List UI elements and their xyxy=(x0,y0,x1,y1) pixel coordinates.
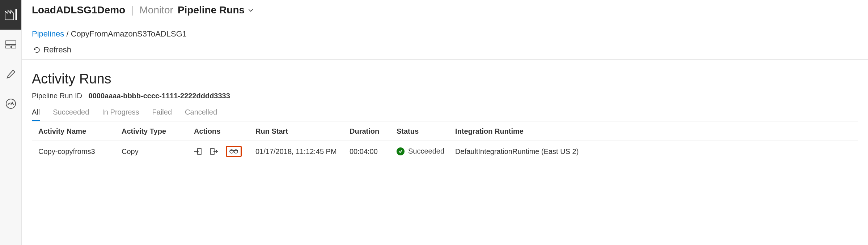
header-separator: | xyxy=(131,4,134,16)
cell-actions xyxy=(187,141,249,162)
filter-tab-failed[interactable]: Failed xyxy=(152,108,172,121)
table-header-row: Activity Name Activity Type Actions Run … xyxy=(32,121,858,141)
page-header: LoadADLSG1Demo | Monitor Pipeline Runs xyxy=(22,0,868,21)
col-integration-runtime[interactable]: Integration Runtime xyxy=(449,121,858,141)
run-id-label: Pipeline Run ID xyxy=(32,92,82,100)
svg-point-5 xyxy=(6,99,16,108)
page-dropdown[interactable]: Pipeline Runs xyxy=(178,4,255,16)
section-label: Monitor xyxy=(140,4,173,16)
page-title: Activity Runs xyxy=(32,71,858,87)
status-text: Succeeded xyxy=(408,147,444,155)
toolbar: Refresh xyxy=(22,39,868,60)
cell-integration-runtime: DefaultIntegrationRuntime (East US 2) xyxy=(449,141,858,162)
breadcrumb-separator: / xyxy=(66,29,71,38)
table-row: Copy-copyfroms3 Copy xyxy=(32,141,858,162)
col-duration[interactable]: Duration xyxy=(343,121,390,141)
status-filter-tabs: All Succeeded In Progress Failed Cancell… xyxy=(32,108,858,121)
col-activity-name[interactable]: Activity Name xyxy=(32,121,115,141)
refresh-label: Refresh xyxy=(43,45,71,55)
nav-data-factory-icon[interactable] xyxy=(0,0,21,30)
details-icon[interactable] xyxy=(226,146,242,157)
activity-runs-table: Activity Name Activity Type Actions Run … xyxy=(32,121,858,162)
refresh-button[interactable]: Refresh xyxy=(33,45,71,55)
chevron-down-icon xyxy=(247,6,255,14)
breadcrumb-pipelines-link[interactable]: Pipelines xyxy=(32,29,64,38)
filter-tab-cancelled[interactable]: Cancelled xyxy=(185,108,217,121)
factory-name: LoadADLSG1Demo xyxy=(32,4,125,16)
col-run-start[interactable]: Run Start xyxy=(249,121,343,141)
nav-monitor-icon[interactable] xyxy=(0,89,21,119)
cell-status: Succeeded xyxy=(390,141,449,162)
main-area: LoadADLSG1Demo | Monitor Pipeline Runs P… xyxy=(22,0,868,245)
refresh-icon xyxy=(33,46,41,53)
col-actions[interactable]: Actions xyxy=(187,121,249,141)
cell-activity-type: Copy xyxy=(115,141,187,162)
filter-tab-in-progress[interactable]: In Progress xyxy=(102,108,139,121)
svg-rect-4 xyxy=(12,46,16,48)
content: Activity Runs Pipeline Run ID 0000aaaa-b… xyxy=(22,60,868,162)
nav-author-icon[interactable] xyxy=(0,59,21,89)
svg-rect-3 xyxy=(6,46,10,48)
filter-tab-all[interactable]: All xyxy=(32,108,40,121)
filter-tab-succeeded[interactable]: Succeeded xyxy=(53,108,89,121)
cell-duration: 00:04:00 xyxy=(343,141,390,162)
cell-activity-name: Copy-copyfroms3 xyxy=(32,141,115,162)
input-icon[interactable] xyxy=(194,148,202,155)
left-nav xyxy=(0,0,22,245)
nav-overview-icon[interactable] xyxy=(0,30,21,59)
breadcrumb-current: CopyFromAmazonS3ToADLSG1 xyxy=(71,29,187,38)
run-id-row: Pipeline Run ID 0000aaaa-bbbb-cccc-1111-… xyxy=(32,92,858,100)
col-activity-type[interactable]: Activity Type xyxy=(115,121,187,141)
page-dropdown-label: Pipeline Runs xyxy=(178,4,245,16)
breadcrumb: Pipelines / CopyFromAmazonS3ToADLSG1 xyxy=(22,21,868,39)
success-check-icon xyxy=(397,147,405,155)
svg-rect-2 xyxy=(6,41,16,44)
run-id-value: 0000aaaa-bbbb-cccc-1111-2222dddd3333 xyxy=(89,92,230,100)
cell-run-start: 01/17/2018, 11:12:45 PM xyxy=(249,141,343,162)
output-icon[interactable] xyxy=(210,148,218,155)
col-status[interactable]: Status xyxy=(390,121,449,141)
